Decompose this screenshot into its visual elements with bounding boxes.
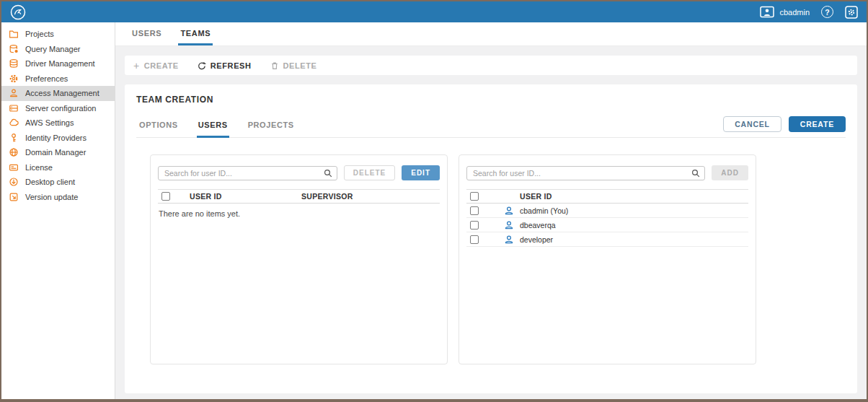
row-checkbox[interactable]: [470, 235, 479, 244]
sidebar-item-identity-providers[interactable]: Identity Providers: [1, 131, 115, 146]
sidebar-item-query-manager[interactable]: Query Manager: [1, 42, 115, 57]
delete-user-button[interactable]: DELETE: [344, 165, 395, 180]
user-icon: [498, 235, 520, 245]
user-icon: [498, 220, 520, 230]
user-icon: [498, 206, 520, 216]
select-all-checkbox[interactable]: [470, 192, 479, 201]
preferences-icon: [9, 74, 19, 84]
plus-icon: +: [133, 61, 140, 71]
sidebar-item-driver-management[interactable]: Driver Management: [1, 56, 115, 71]
sidebar-item-aws-settings[interactable]: AWS Settings: [1, 115, 115, 131]
domain-manager-icon: [9, 147, 19, 157]
version-update-icon: [9, 192, 19, 202]
column-user-id: USER ID: [190, 192, 301, 201]
query-manager-icon: [9, 44, 19, 54]
table-row[interactable]: cbadmin (You): [466, 204, 748, 218]
edit-button[interactable]: EDIT: [402, 165, 440, 180]
search-team-users-input[interactable]: [158, 166, 337, 180]
admin-sidebar: Projects Query Manager Driver Management…: [1, 22, 115, 399]
available-users-panel: ADD USER ID cbadmin (You): [459, 154, 756, 364]
refresh-icon: [198, 61, 206, 70]
refresh-button[interactable]: REFRESH: [198, 61, 252, 70]
desktop-client-icon: [9, 177, 19, 187]
cancel-button[interactable]: CANCEL: [723, 116, 781, 132]
projects-icon: [9, 29, 19, 39]
tab-team-users[interactable]: USERS: [197, 112, 229, 138]
user-id-cell: dbeaverqa: [520, 221, 748, 230]
cloudbeaver-logo: [10, 4, 26, 20]
sidebar-item-preferences[interactable]: Preferences: [1, 71, 115, 87]
teams-toolbar: + CREATE REFRESH DELETE: [125, 56, 857, 75]
sidebar-item-version-update[interactable]: Version update: [1, 190, 115, 205]
team-creation-card: TEAM CREATION OPTIONS USERS PROJECTS CAN…: [125, 84, 857, 393]
sidebar-item-label: Desktop client: [25, 178, 75, 186]
create-button[interactable]: CREATE: [789, 116, 846, 132]
table-row[interactable]: developer: [466, 232, 748, 247]
help-icon[interactable]: ?: [821, 6, 833, 18]
sidebar-item-label: Identity Providers: [25, 134, 87, 142]
search-available-users-input[interactable]: [466, 166, 705, 180]
sidebar-item-domain-manager[interactable]: Domain Manager: [1, 145, 115, 160]
table-header: USER ID SUPERVISOR: [158, 189, 440, 204]
driver-management-icon: [9, 58, 19, 69]
create-team-button[interactable]: + CREATE: [133, 61, 179, 71]
create-team-label: CREATE: [144, 61, 179, 70]
sidebar-item-label: Version update: [25, 193, 78, 201]
sidebar-item-label: Projects: [25, 30, 54, 38]
search-icon: [324, 169, 332, 178]
tab-users[interactable]: USERS: [130, 22, 164, 45]
sidebar-item-desktop-client[interactable]: Desktop client: [1, 175, 115, 190]
refresh-label: REFRESH: [211, 61, 252, 70]
table-row[interactable]: dbeaverqa: [466, 218, 748, 232]
sidebar-item-projects[interactable]: Projects: [1, 27, 115, 42]
row-checkbox[interactable]: [470, 221, 479, 230]
column-user-id: USER ID: [520, 192, 748, 201]
tab-teams[interactable]: TEAMS: [178, 22, 213, 45]
license-icon: [9, 162, 19, 172]
sidebar-item-label: Query Manager: [25, 45, 80, 53]
sidebar-item-label: Access Management: [25, 89, 99, 97]
select-all-checkbox[interactable]: [161, 192, 170, 201]
column-supervisor: SUPERVISOR: [301, 192, 440, 201]
sidebar-item-label: Driver Management: [25, 59, 95, 68]
admin-tabstrip: USERS TEAMS: [115, 22, 867, 46]
user-avatar-icon: [760, 6, 774, 18]
sidebar-item-server-configuration[interactable]: Server configuration: [1, 101, 115, 116]
server-configuration-icon: [9, 103, 19, 113]
user-id-cell: developer: [520, 235, 748, 244]
sidebar-item-label: Domain Manager: [25, 148, 86, 157]
aws-settings-icon: [9, 118, 19, 128]
user-menu[interactable]: cbadmin: [760, 6, 810, 18]
sidebar-item-license[interactable]: License: [1, 160, 115, 175]
sidebar-item-label: AWS Settings: [25, 118, 74, 127]
top-bar: cbadmin ?: [1, 1, 867, 22]
delete-team-label: DELETE: [283, 61, 317, 70]
row-checkbox[interactable]: [470, 206, 479, 215]
sidebar-item-label: Preferences: [25, 74, 68, 83]
sidebar-item-label: License: [25, 163, 53, 172]
user-id-cell: cbadmin (You): [520, 206, 748, 215]
tab-projects[interactable]: PROJECTS: [247, 112, 296, 138]
search-icon: [691, 169, 700, 178]
tab-options[interactable]: OPTIONS: [138, 112, 180, 138]
empty-state-text: There are no items yet.: [158, 204, 440, 218]
team-creation-tabstrip: OPTIONS USERS PROJECTS: [136, 112, 296, 137]
table-header: USER ID: [466, 189, 748, 204]
sidebar-item-label: Server configuration: [25, 104, 96, 113]
add-button[interactable]: ADD: [712, 165, 748, 180]
page-title: TEAM CREATION: [136, 95, 846, 105]
settings-icon[interactable]: [845, 6, 858, 19]
username-label: cbadmin: [779, 8, 810, 17]
access-management-icon: [9, 88, 19, 98]
identity-providers-icon: [9, 133, 19, 143]
delete-team-button[interactable]: DELETE: [270, 61, 317, 70]
team-members-panel: DELETE EDIT USER ID SUPERVISOR There are…: [150, 154, 448, 364]
sidebar-item-access-management[interactable]: Access Management: [1, 86, 115, 101]
trash-icon: [270, 61, 279, 70]
main-content: USERS TEAMS + CREATE REFRESH DELETE TEAM…: [115, 22, 867, 399]
